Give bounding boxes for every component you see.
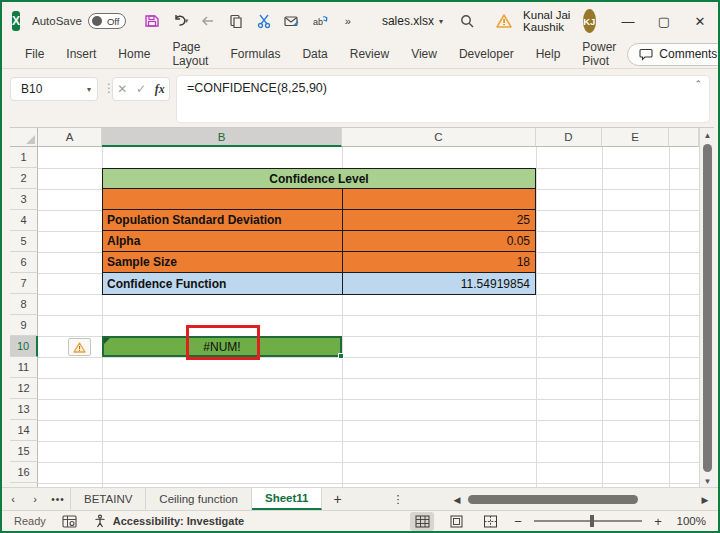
back-arrow-icon[interactable] [196, 9, 220, 33]
vertical-scroll-thumb[interactable] [703, 144, 712, 472]
cut-icon[interactable] [252, 9, 276, 33]
undo-dropdown-icon[interactable]: ▾ [185, 17, 189, 25]
confirm-entry-icon[interactable]: ✓ [136, 82, 146, 96]
row-header[interactable]: 9 [10, 315, 38, 336]
copy-icon[interactable] [224, 9, 248, 33]
confidence-table[interactable]: Confidence Level Population Standard Dev… [102, 168, 536, 295]
zoom-level[interactable]: 100% [674, 515, 706, 527]
search-icon[interactable] [459, 9, 475, 33]
row-header[interactable]: 2 [10, 168, 38, 189]
zoom-out-button[interactable]: − [512, 514, 524, 529]
tab-review[interactable]: Review [339, 40, 400, 68]
sheet-tab-sheet11[interactable]: Sheet11 [252, 488, 322, 510]
table-label-cell[interactable]: Population Standard Deviation [103, 210, 343, 230]
vertical-scrollbar[interactable]: ▲ ▼ [699, 128, 714, 487]
column-header[interactable]: B [102, 128, 342, 147]
name-box-chevron-icon[interactable]: ▾ [87, 85, 91, 94]
sheet-tab-ceiling-function[interactable]: Ceiling function [146, 488, 252, 510]
avatar[interactable]: KJ [583, 9, 597, 33]
hscroll-right-icon[interactable]: ▶ [698, 495, 712, 505]
column-header[interactable]: D [536, 128, 602, 147]
table-row[interactable]: Confidence Function 11.54919854 [103, 273, 535, 294]
accessibility-status[interactable]: Accessibility: Investigate [113, 515, 244, 527]
sheet-nav-right-icon[interactable]: › [24, 493, 46, 505]
tab-power-pivot[interactable]: Power Pivot [571, 40, 627, 68]
column-header[interactable]: E [602, 128, 669, 147]
row-header[interactable]: 6 [10, 252, 38, 273]
save-icon[interactable] [140, 9, 164, 33]
column-header[interactable]: C [342, 128, 536, 147]
error-checking-button[interactable] [68, 338, 91, 356]
table-title-cell[interactable]: Confidence Level [103, 169, 535, 189]
tab-help[interactable]: Help [525, 40, 572, 68]
row-header[interactable]: 3 [10, 189, 38, 210]
row-header[interactable]: 11 [10, 357, 38, 378]
macro-record-icon[interactable] [62, 515, 77, 528]
zoom-in-button[interactable]: + [652, 514, 664, 529]
spreadsheet-grid[interactable]: ABCDE 1234567891011121314151617 Confiden… [10, 127, 714, 487]
table-value-cell[interactable]: 18 [343, 252, 535, 272]
sheetbar-menu-icon[interactable]: ⋮ [392, 493, 403, 506]
row-header[interactable]: 13 [10, 399, 38, 420]
select-all-corner[interactable] [10, 128, 38, 147]
sheet-nav-more-icon[interactable]: ••• [46, 494, 70, 505]
row-header[interactable]: 16 [10, 462, 38, 483]
row-header[interactable]: 5 [10, 231, 38, 252]
row-header[interactable]: 7 [10, 273, 38, 294]
maximize-button[interactable]: ▢ [646, 2, 682, 40]
autosave-toggle[interactable]: Off [88, 13, 126, 29]
tab-developer[interactable]: Developer [448, 40, 525, 68]
table-row[interactable] [103, 189, 535, 210]
undo-icon[interactable]: ▾ [168, 9, 192, 33]
close-button[interactable]: ✕ [682, 2, 718, 40]
table-value-cell[interactable]: 0.05 [343, 231, 535, 251]
tab-file[interactable]: File [14, 40, 55, 68]
cancel-entry-icon[interactable]: ✕ [117, 82, 127, 96]
comments-button[interactable]: Comments [627, 43, 720, 66]
page-break-view-button[interactable] [478, 512, 502, 531]
name-box[interactable]: B10 ▾ [10, 77, 98, 101]
file-name-control[interactable]: sales.xlsx ▾ [382, 14, 443, 28]
account-control[interactable]: Kunal Jai Kaushik KJ [523, 9, 596, 33]
row-header[interactable]: 4 [10, 210, 38, 231]
sheet-tab-betainv[interactable]: BETAINV [70, 488, 146, 510]
insert-function-icon[interactable]: fx [155, 82, 165, 97]
scroll-down-icon[interactable]: ▼ [700, 474, 714, 487]
accessibility-icon[interactable] [93, 514, 107, 528]
table-label-cell[interactable]: Sample Size [103, 252, 343, 272]
tab-page-layout[interactable]: Page Layout [161, 40, 219, 68]
table-value-cell[interactable]: 25 [343, 210, 535, 230]
scroll-up-icon[interactable]: ▲ [700, 128, 714, 142]
table-value-cell[interactable]: 11.54919854 [343, 273, 535, 294]
tab-view[interactable]: View [400, 40, 448, 68]
hscroll-track[interactable] [464, 494, 698, 505]
row-header[interactable]: 1 [10, 147, 38, 168]
hscroll-left-icon[interactable]: ◀ [450, 495, 464, 505]
zoom-slider-thumb[interactable] [590, 515, 594, 527]
new-sheet-button[interactable]: + [322, 491, 352, 507]
column-header[interactable] [669, 128, 699, 147]
zoom-slider[interactable] [534, 520, 642, 522]
autosave-control[interactable]: AutoSave Off [32, 13, 126, 29]
tab-formulas[interactable]: Formulas [219, 40, 291, 68]
table-label-cell[interactable] [103, 189, 343, 209]
page-layout-view-button[interactable] [444, 512, 468, 531]
table-row[interactable]: Population Standard Deviation 25 [103, 210, 535, 231]
table-row[interactable]: Sample Size 18 [103, 252, 535, 273]
table-row[interactable]: Alpha 0.05 [103, 231, 535, 252]
column-header[interactable]: A [38, 128, 102, 147]
more-commands-icon[interactable]: » [336, 9, 360, 33]
tab-home[interactable]: Home [107, 40, 161, 68]
fill-handle[interactable] [338, 353, 344, 359]
table-label-cell[interactable]: Alpha [103, 231, 343, 251]
formula-input[interactable]: =CONFIDENCE(8,25,90) [176, 75, 710, 123]
minimize-button[interactable]: — [610, 2, 646, 40]
table-label-cell[interactable]: Confidence Function [103, 273, 343, 294]
horizontal-scroll-thumb[interactable] [468, 495, 638, 504]
table-value-cell[interactable] [343, 189, 535, 209]
horizontal-scrollbar[interactable]: ◀ ▶ [450, 492, 712, 507]
row-header[interactable]: 14 [10, 420, 38, 441]
row-header[interactable]: 10 [10, 336, 38, 357]
find-replace-icon[interactable]: ab [308, 9, 332, 33]
alert-warning-icon[interactable] [495, 9, 513, 33]
